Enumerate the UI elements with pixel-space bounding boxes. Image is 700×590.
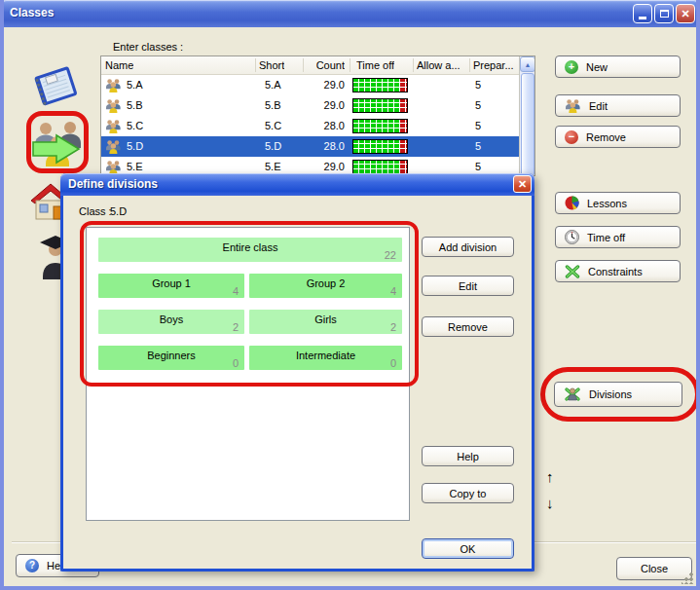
cell-count: 29.0 — [304, 161, 345, 172]
dialog-help-button[interactable]: Help — [422, 446, 514, 466]
class-people-icon — [105, 78, 122, 94]
col-timeoff[interactable]: Time off — [356, 59, 394, 71]
cell-short: 5.C — [265, 120, 281, 131]
dialog-title: Define divisions — [68, 177, 158, 191]
division-box[interactable]: Boys 2 — [98, 310, 244, 334]
add-division-button[interactable]: Add division — [422, 237, 514, 257]
cell-count: 29.0 — [304, 79, 345, 91]
division-box[interactable]: Beginners 0 — [98, 346, 244, 370]
close-button-label: Close — [641, 563, 668, 574]
dialog-edit-label: Edit — [459, 280, 477, 292]
new-icon: + — [565, 60, 578, 74]
remove-icon: − — [565, 130, 578, 144]
resize-grip[interactable] — [682, 572, 694, 584]
cell-prepar: 5 — [475, 79, 481, 91]
timeoff-grid-icon — [352, 139, 408, 154]
lessons-button-label: Lessons — [587, 198, 627, 209]
copy-to-button[interactable]: Copy to — [422, 483, 514, 503]
window-title: Classes — [10, 6, 54, 19]
cell-prepar: 5 — [475, 120, 481, 131]
remove-button[interactable]: − Remove — [555, 126, 681, 148]
copy-to-label: Copy to — [450, 488, 487, 499]
lessons-pie-icon — [565, 196, 579, 210]
col-name[interactable]: Name — [105, 59, 133, 71]
people-icon — [105, 78, 122, 92]
division-count: 4 — [233, 285, 239, 297]
remove-button-label: Remove — [586, 131, 626, 143]
new-button-label: New — [586, 61, 608, 73]
timeoff-button[interactable]: Time off — [555, 226, 681, 248]
close-window-button[interactable]: ✕ — [676, 4, 695, 23]
class-label: Class : — [79, 205, 112, 217]
col-short[interactable]: Short — [259, 59, 284, 71]
divisions-panel: Entire class 22 Group 1 4 Group 2 4 Boys… — [86, 227, 410, 521]
new-button[interactable]: + New — [555, 55, 681, 78]
lessons-button[interactable]: Lessons — [555, 192, 681, 214]
scroll-thumb[interactable] — [521, 73, 534, 176]
add-division-label: Add division — [439, 241, 497, 253]
division-box[interactable]: Girls 2 — [249, 310, 402, 334]
division-count: 4 — [390, 285, 396, 297]
cell-count: 28.0 — [304, 140, 345, 152]
table-row[interactable]: 5.D 5.D 28.0 5 — [101, 136, 519, 157]
timeoff-grid-icon — [352, 160, 408, 174]
division-count: 0 — [233, 357, 239, 369]
division-label: Group 1 — [98, 277, 244, 289]
scroll-up-button[interactable]: ▲ — [520, 56, 535, 72]
table-row[interactable]: 5.B 5.B 29.0 5 — [101, 95, 519, 116]
people-icon — [105, 160, 122, 174]
constraints-x-icon — [565, 265, 580, 278]
classes-table: Name Short Count Time off Allow a... Pre… — [100, 55, 535, 176]
edit-button[interactable]: Edit — [555, 94, 681, 117]
cell-prepar: 5 — [475, 161, 481, 172]
constraints-button[interactable]: Constraints — [555, 260, 681, 282]
table-row[interactable]: 5.A 5.A 29.0 5 — [101, 75, 519, 95]
ok-button[interactable]: OK — [422, 538, 514, 559]
division-label: Boys — [98, 313, 244, 325]
cell-count: 29.0 — [304, 99, 345, 111]
timeoff-button-label: Time off — [587, 232, 625, 243]
division-label: Entire class — [98, 241, 402, 253]
division-label: Beginners — [98, 350, 244, 361]
class-people-icon — [105, 98, 122, 115]
enter-classes-label: Enter classes : — [113, 41, 183, 53]
col-prepar[interactable]: Prepar... — [473, 59, 516, 71]
table-row[interactable]: 5.C 5.C 28.0 5 — [101, 116, 519, 136]
close-icon: ✕ — [681, 8, 689, 20]
clock-icon — [565, 230, 579, 244]
division-box[interactable]: Intermediate 0 — [249, 346, 402, 370]
col-allow[interactable]: Allow a... — [417, 59, 465, 71]
division-count: 0 — [390, 357, 396, 369]
division-count: 2 — [390, 321, 396, 333]
timeoff-grid-icon — [352, 98, 408, 113]
cell-prepar: 5 — [475, 140, 481, 152]
dialog-remove-button[interactable]: Remove — [422, 316, 514, 337]
dialog-close-icon: ✕ — [518, 178, 527, 191]
cell-short: 5.B — [265, 99, 281, 111]
division-label: Girls — [249, 313, 402, 325]
minimize-button[interactable] — [633, 4, 652, 23]
move-down-arrow[interactable]: ↓ — [546, 495, 554, 511]
division-label: Group 2 — [249, 277, 402, 289]
col-count[interactable]: Count — [304, 59, 345, 71]
classes-people-arrow-icon[interactable] — [31, 119, 84, 169]
class-value: 5.D — [110, 205, 127, 217]
divisions-button[interactable]: Divisions — [554, 382, 682, 407]
dialog-titlebar: Define divisions ✕ — [60, 173, 534, 196]
dialog-edit-button[interactable]: Edit — [422, 276, 514, 296]
cell-name: 5.C — [127, 120, 143, 131]
titlebar: Classes ✕ — [0, 0, 700, 27]
timeoff-grid-icon — [352, 78, 408, 92]
division-box[interactable]: Group 2 4 — [249, 274, 402, 298]
notebook-icon[interactable] — [29, 62, 82, 113]
division-box[interactable]: Entire class 22 — [98, 238, 402, 262]
cell-prepar: 5 — [475, 99, 481, 111]
vertical-scrollbar[interactable]: ▲ — [519, 56, 534, 175]
division-box[interactable]: Group 1 4 — [98, 274, 244, 298]
cell-name: 5.E — [127, 161, 143, 172]
cell-count: 28.0 — [304, 120, 345, 131]
dialog-close-button[interactable]: ✕ — [513, 175, 532, 193]
maximize-button[interactable] — [654, 4, 674, 23]
move-up-arrow[interactable]: ↑ — [546, 468, 554, 485]
cell-name: 5.A — [127, 79, 143, 91]
